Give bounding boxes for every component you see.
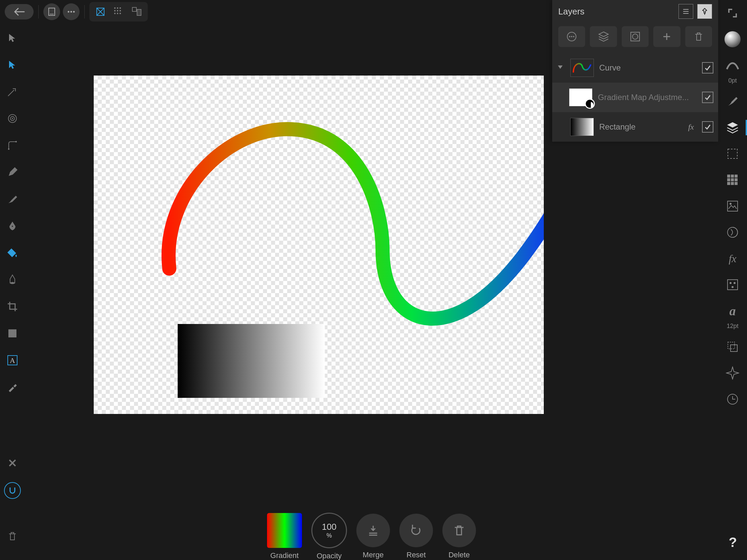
opacity-unit: %: [327, 532, 332, 539]
right-studio-bar: 0pt fx a 12pt: [718, 0, 747, 560]
document-menu-button[interactable]: [43, 3, 60, 20]
document-canvas[interactable]: [94, 76, 544, 414]
add-layer-button[interactable]: [653, 26, 680, 47]
separator: [84, 5, 85, 19]
merge-icon: [366, 524, 380, 537]
svg-rect-12: [120, 10, 121, 11]
stock-studio[interactable]: [723, 197, 742, 215]
panel-pin-icon[interactable]: [697, 4, 712, 19]
layers-panel-header: Layers: [552, 0, 718, 23]
opacity-value: 100: [322, 522, 336, 532]
trash-icon: [454, 524, 465, 537]
text-tool[interactable]: A: [5, 352, 20, 368]
swatches-studio[interactable]: [723, 171, 742, 189]
opacity-label: Opacity: [317, 552, 342, 560]
trash-icon[interactable]: [5, 529, 20, 544]
svg-point-5: [71, 11, 72, 13]
svg-point-2: [51, 14, 52, 15]
node-tool[interactable]: [5, 57, 20, 73]
visibility-checkbox[interactable]: [702, 92, 714, 103]
svg-rect-32: [631, 32, 640, 41]
stroke-width-label: 0pt: [728, 77, 737, 84]
pen-tool[interactable]: [5, 218, 20, 234]
layers-studio[interactable]: [723, 118, 742, 137]
svg-point-24: [10, 282, 15, 284]
delete-button[interactable]: Delete: [442, 514, 476, 559]
adjustments-studio[interactable]: [723, 223, 742, 241]
styles-studio[interactable]: [723, 276, 742, 294]
panel-list-icon[interactable]: [678, 4, 693, 19]
expand-panel-icon[interactable]: [723, 4, 742, 22]
brush-tool[interactable]: [5, 191, 20, 207]
help-button[interactable]: ?: [729, 535, 737, 550]
svg-point-23: [12, 225, 13, 227]
left-toolbar: A: [0, 24, 25, 560]
context-toolbar: Gradient 100 % Opacity Merge Reset Delet…: [25, 513, 718, 560]
effects-studio[interactable]: fx: [723, 249, 742, 268]
mask-button[interactable]: [622, 26, 649, 47]
eyedropper-tool[interactable]: [5, 379, 20, 395]
svg-point-45: [729, 203, 731, 205]
delete-layer-button[interactable]: [685, 26, 712, 47]
layer-row-gradient-map[interactable]: Gradient Map Adjustme...: [552, 83, 718, 112]
reset-label: Reset: [406, 551, 426, 559]
text-studio[interactable]: a: [723, 302, 742, 320]
font-size-label: 12pt: [726, 323, 738, 330]
gradient-swatch-icon: [267, 513, 302, 548]
layer-fx-icon[interactable]: fx: [688, 123, 694, 132]
fill-tool[interactable]: [5, 245, 20, 261]
svg-rect-10: [114, 10, 115, 11]
visibility-checkbox[interactable]: [702, 62, 714, 74]
svg-point-31: [573, 36, 574, 37]
history-studio[interactable]: [723, 390, 742, 408]
svg-point-30: [571, 36, 572, 37]
snapping-toggle[interactable]: [4, 482, 21, 499]
disclosure-triangle-icon[interactable]: [557, 64, 565, 72]
layer-row-rectangle[interactable]: Rectangle fx: [552, 112, 718, 142]
layer-row-curve[interactable]: Curve: [552, 53, 718, 83]
corner-tool[interactable]: [5, 138, 20, 153]
selection-studio[interactable]: [723, 145, 742, 163]
svg-rect-11: [117, 10, 118, 11]
stroke-studio[interactable]: [723, 56, 742, 75]
undo-icon: [410, 524, 422, 537]
navigator-studio[interactable]: [723, 364, 742, 382]
delete-label: Delete: [448, 551, 470, 559]
svg-point-29: [569, 36, 570, 37]
svg-rect-44: [727, 201, 738, 211]
svg-point-6: [73, 11, 75, 13]
svg-rect-8: [117, 7, 118, 9]
layer-name: Gradient Map Adjustme...: [598, 93, 697, 102]
merge-button[interactable]: Merge: [356, 514, 390, 559]
svg-rect-15: [120, 13, 121, 14]
contour-tool[interactable]: [5, 111, 20, 126]
opacity-button[interactable]: 100 % Opacity: [311, 513, 347, 560]
persona-pixel-button[interactable]: [111, 4, 126, 20]
shape-tool[interactable]: [5, 326, 20, 341]
point-transform-tool[interactable]: [5, 84, 20, 99]
move-tool[interactable]: [5, 30, 20, 46]
layer-options-button[interactable]: [558, 26, 585, 47]
more-menu-button[interactable]: [63, 3, 80, 20]
persona-designer-button[interactable]: [93, 4, 108, 20]
rectangle-shape[interactable]: [178, 324, 325, 398]
svg-rect-42: [731, 182, 734, 185]
crop-tool[interactable]: [5, 299, 20, 314]
transform-studio[interactable]: [723, 338, 742, 356]
svg-point-4: [68, 11, 70, 13]
merge-label: Merge: [363, 551, 384, 559]
brushes-studio[interactable]: [723, 92, 742, 110]
close-icon[interactable]: [5, 455, 20, 471]
gradient-button[interactable]: Gradient: [267, 513, 302, 560]
svg-rect-47: [727, 280, 738, 290]
color-studio[interactable]: [723, 30, 742, 48]
svg-point-49: [733, 282, 736, 284]
persona-export-button[interactable]: [129, 4, 145, 20]
blend-mode-button[interactable]: [590, 26, 617, 47]
svg-rect-40: [735, 178, 738, 181]
reset-button[interactable]: Reset: [400, 514, 433, 559]
visibility-checkbox[interactable]: [702, 121, 714, 133]
back-button[interactable]: [5, 4, 33, 20]
transparency-tool[interactable]: [5, 272, 20, 287]
pencil-tool[interactable]: [5, 164, 20, 180]
